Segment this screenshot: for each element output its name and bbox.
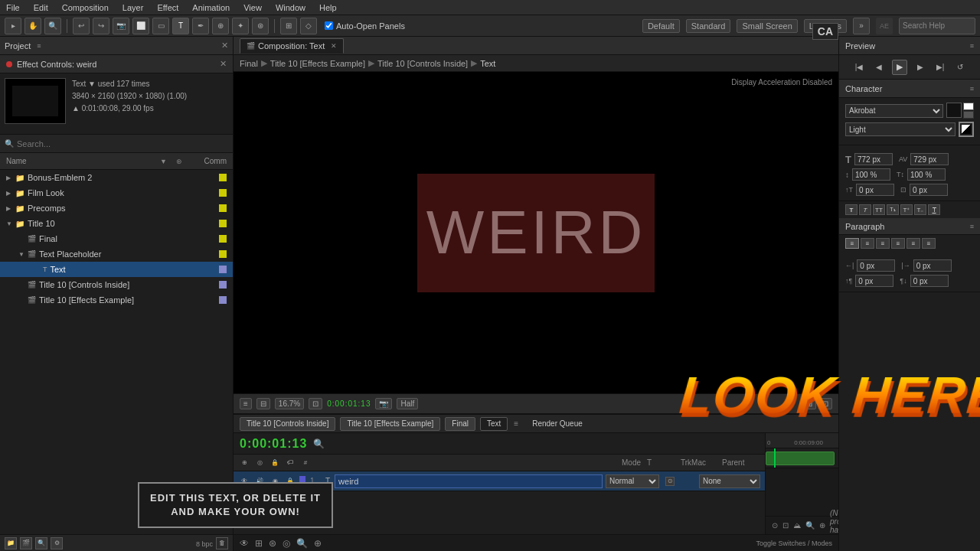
menu-composition[interactable]: Composition <box>60 3 110 12</box>
pen-tool[interactable]: ✒ <box>192 18 209 34</box>
preview-step-fwd[interactable]: ▶ <box>913 60 927 74</box>
preview-step-back[interactable]: ◀ <box>872 60 886 74</box>
timeline-graph-icon[interactable]: ⊞ <box>255 538 263 549</box>
preview-skip-start[interactable]: |◀ <box>852 60 866 74</box>
puppet-tool[interactable]: ⊛ <box>252 18 269 34</box>
timeline-add-icon[interactable]: ⊕ <box>314 538 322 549</box>
sub-script-btn[interactable]: T₋ <box>914 204 926 215</box>
preview-loop[interactable]: ↺ <box>953 60 967 74</box>
create-new-layer[interactable]: ⊕ <box>238 457 250 469</box>
align-justify-left-btn[interactable]: ≡ <box>891 238 905 249</box>
tree-item-effects-example[interactable]: 🎬 Title 10 [Effects Example] <box>0 292 233 308</box>
bold-btn[interactable]: T <box>845 204 858 215</box>
redo-tool[interactable]: ↪ <box>93 18 109 34</box>
leading-input[interactable] <box>852 168 890 181</box>
stroke-color-white[interactable] <box>963 103 974 110</box>
view-toggle-btn[interactable]: ⊡ <box>818 398 832 409</box>
space-before-input[interactable] <box>855 275 893 287</box>
menu-file[interactable]: File <box>5 3 21 12</box>
project-settings-btn[interactable]: ⚙ <box>51 537 63 549</box>
clone-tool[interactable]: ⊕ <box>212 18 229 34</box>
breadcrumb-final[interactable]: Final <box>240 59 258 68</box>
baseline-input[interactable] <box>856 184 894 196</box>
font-name-select[interactable]: Akrobat <box>845 104 943 118</box>
zoom-fit-btn[interactable]: ⊡ <box>309 398 322 409</box>
layer-label[interactable]: 🏷 <box>284 457 296 469</box>
comp-tab-active[interactable]: 🎬 Composition: Text ✕ <box>240 38 344 54</box>
auto-open-panel-toggle[interactable]: Auto-Open Panels <box>325 21 405 31</box>
timeline-tab-text[interactable]: Text <box>480 417 508 431</box>
timeline-tab-final[interactable]: Final <box>445 417 475 431</box>
selection-tool[interactable]: ▸ <box>5 18 21 34</box>
color-picker-icon[interactable] <box>959 122 974 137</box>
tracking-input[interactable] <box>910 153 949 165</box>
render-queue-btn[interactable]: Render Queue <box>526 419 589 428</box>
tree-item-controls-inside[interactable]: 🎬 Title 10 [Controls Inside] <box>0 277 233 292</box>
paint-tool[interactable]: ✦ <box>232 18 249 34</box>
layer-name-field[interactable] <box>335 474 603 488</box>
timeline-tab-effects[interactable]: Title 10 [Effects Example] <box>340 417 440 431</box>
tree-item-final[interactable]: 🎬 Final <box>0 231 233 246</box>
workspace-default[interactable]: Default <box>642 19 680 33</box>
camera-tool[interactable]: 📷 <box>113 18 129 34</box>
layer-solo[interactable]: ◎ <box>253 457 266 469</box>
sort-btn[interactable]: ▼ <box>160 158 167 165</box>
timeline-search-bottom-icon[interactable]: 🔍 <box>296 538 308 549</box>
all-caps-btn[interactable]: TT <box>873 204 885 215</box>
project-search-bar[interactable]: 🔍 <box>0 135 233 153</box>
tree-item-text[interactable]: T Text <box>0 262 233 277</box>
timeline-bezier-icon[interactable]: ⊛ <box>269 538 276 549</box>
undo-tool[interactable]: ↩ <box>73 18 90 34</box>
project-panel-close[interactable]: ✕ <box>221 41 228 51</box>
workspace-standard[interactable]: Standard <box>686 19 731 33</box>
auto-open-checkbox[interactable] <box>325 21 333 30</box>
viewport-menu-btn[interactable]: ≡ <box>240 398 252 409</box>
paragraph-menu[interactable]: ≡ <box>970 223 974 230</box>
indent-left-input[interactable] <box>857 259 895 272</box>
tsb-input[interactable] <box>907 168 946 181</box>
shape-tool[interactable]: ◇ <box>300 18 317 34</box>
indent-right-input[interactable] <box>913 259 952 272</box>
expand-workspaces[interactable]: » <box>853 18 870 34</box>
small-caps-btn[interactable]: T₁ <box>887 204 899 215</box>
fill-color-swatch[interactable] <box>946 103 962 118</box>
snapshot-btn[interactable]: 📷 <box>375 398 392 409</box>
preview-play-btn[interactable]: ▶ <box>892 60 907 75</box>
text-tool[interactable]: T <box>172 18 189 34</box>
menu-window[interactable]: Window <box>274 3 307 12</box>
breadcrumb-controls[interactable]: Title 10 [Effects Example] <box>270 59 365 68</box>
menu-view[interactable]: View <box>242 3 263 12</box>
align-tool[interactable]: ⊞ <box>280 18 297 34</box>
align-left-btn[interactable]: ≡ <box>845 238 859 249</box>
delete-btn[interactable]: 🗑 <box>216 537 228 549</box>
breadcrumb-inside[interactable]: Title 10 [Controls Inside] <box>377 59 468 68</box>
zoom-level[interactable]: 16.7% <box>275 398 304 409</box>
comp-tab-close[interactable]: ✕ <box>331 42 337 50</box>
character-menu[interactable]: ≡ <box>970 85 974 93</box>
preview-skip-end[interactable]: ▶| <box>933 60 947 74</box>
timeline-snap-icon[interactable]: ◎ <box>283 538 290 549</box>
layer-num-toggle[interactable]: # <box>299 457 312 469</box>
timeline-tab-controls[interactable]: Title 10 [Controls Inside] <box>240 417 335 431</box>
layer-lock[interactable]: 🔒 <box>269 457 281 469</box>
timeline-search-icon[interactable]: 🔍 <box>313 439 325 449</box>
tree-item-title10[interactable]: ▼ 📁 Title 10 <box>0 216 233 231</box>
space-after-input[interactable] <box>910 275 949 287</box>
effect-controls-close[interactable]: ✕ <box>220 59 227 69</box>
layer-parent-select[interactable]: None <box>699 474 760 488</box>
search-help-btn[interactable]: Search Help <box>899 18 975 34</box>
align-center-btn[interactable]: ≡ <box>861 238 874 249</box>
tsb2-input[interactable] <box>910 184 948 196</box>
menu-animation[interactable]: Animation <box>191 3 231 12</box>
layer-switch-1[interactable]: ⊙ <box>665 477 675 486</box>
italic-btn[interactable]: T <box>859 204 871 215</box>
new-comp-btn[interactable]: 🎬 <box>20 537 32 549</box>
zoom-tool[interactable]: 🔍 <box>44 18 61 34</box>
viewport-snap-btn[interactable]: ⊟ <box>256 398 270 409</box>
quality-btn[interactable]: Half <box>397 398 418 409</box>
rect-tool[interactable]: ▭ <box>152 18 169 34</box>
tree-item-text-placeholder[interactable]: ▼ 🎬 Text Placeholder <box>0 246 233 262</box>
layer-mode-select[interactable]: Normal <box>606 474 659 488</box>
menu-effect[interactable]: Effect <box>155 3 180 12</box>
find-btn[interactable]: 🔍 <box>35 537 47 549</box>
